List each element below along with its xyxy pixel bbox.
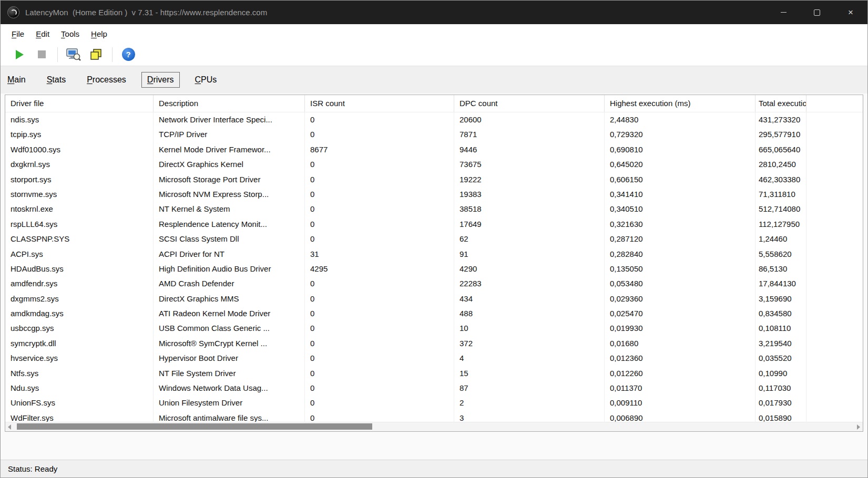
column-header[interactable]: ISR count (305, 95, 454, 112)
table-row[interactable]: ntoskrnl.exeNT Kernel & System0385180,34… (5, 202, 863, 216)
table-cell: dxgmms2.sys (5, 292, 154, 306)
tab-processes[interactable]: Processes (81, 72, 132, 88)
table-row[interactable]: Wdf01000.sysKernel Mode Driver Framewor.… (5, 142, 863, 157)
table-cell: 512,714080 (755, 202, 806, 216)
menu-edit[interactable]: Edit (30, 29, 55, 38)
table-cell: USB Common Class Generic ... (154, 321, 305, 336)
tab-cpus[interactable]: CPUs (189, 72, 223, 88)
maximize-button[interactable] (800, 1, 834, 24)
table-row[interactable]: tcpip.sysTCP/IP Driver078710,729320295,5… (5, 127, 863, 142)
table-cell-filler (806, 411, 863, 422)
close-button[interactable]: × (834, 1, 867, 24)
table-row[interactable]: stornvme.sysMicrosoft NVM Express Storp.… (5, 187, 863, 202)
table-cell: 488 (454, 306, 605, 321)
horizontal-scrollbar[interactable] (5, 422, 863, 431)
tab-drivers[interactable]: Drivers (141, 72, 180, 88)
table-row[interactable]: Ndu.sysWindows Network Data Usag...0870,… (5, 381, 863, 396)
table-cell: 7871 (454, 127, 605, 142)
window-title: LatencyMon (Home Edition ) v 7.31 - http… (25, 8, 267, 17)
table-cell: 0 (305, 336, 454, 351)
table-cell: 0 (305, 381, 454, 396)
menu-help[interactable]: Help (85, 29, 113, 38)
table-cell: Kernel Mode Driver Framewor... (154, 142, 305, 157)
table-cell-filler (806, 321, 863, 336)
tab-stats[interactable]: Stats (41, 72, 72, 88)
table-cell-filler (806, 306, 863, 321)
table-cell: 73675 (454, 157, 605, 172)
table-cell: 2,44830 (605, 112, 755, 127)
table-cell: 0 (305, 157, 454, 172)
windows-button[interactable] (86, 46, 106, 64)
table-row[interactable]: amdfendr.sysAMD Crash Defender0222830,05… (5, 276, 863, 291)
table-cell-filler (806, 381, 863, 396)
column-header[interactable]: Highest execution (ms) (605, 95, 755, 112)
start-monitor-button[interactable] (9, 46, 29, 64)
help-button[interactable]: ? (118, 46, 138, 64)
table-cell: NT Kernel & System (154, 202, 305, 216)
table-row[interactable]: UnionFS.sysUnion Filesystem Driver020,00… (5, 396, 863, 410)
table-cell-filler (806, 202, 863, 216)
table-cell: 20600 (454, 112, 605, 127)
content-spacer (1, 432, 867, 460)
column-header[interactable]: Total execution (ms) (755, 95, 806, 112)
table-cell: 10 (454, 321, 605, 336)
table-cell: 0 (305, 202, 454, 216)
options-button[interactable] (64, 46, 84, 64)
table-cell: Hypervisor Boot Driver (154, 351, 305, 366)
scroll-left-arrow-icon[interactable] (8, 424, 11, 430)
table-row[interactable]: storport.sysMicrosoft Storage Port Drive… (5, 172, 863, 187)
scroll-right-arrow-icon[interactable] (857, 424, 860, 430)
table-cell: 0 (305, 127, 454, 142)
table-row[interactable]: amdkmdag.sysATI Radeon Kernel Mode Drive… (5, 306, 863, 321)
tab-main[interactable]: Main (2, 72, 32, 88)
table-row[interactable]: Ntfs.sysNT File System Driver0150,012260… (5, 366, 863, 381)
table-row[interactable]: CLASSPNP.SYSSCSI Class System Dll0620,28… (5, 232, 863, 246)
table-cell: 0,029360 (605, 292, 755, 306)
table-cell: Union Filesystem Driver (154, 396, 305, 410)
table-cell: 0 (305, 321, 454, 336)
table-cell: Ntfs.sys (5, 366, 154, 381)
table-row[interactable]: dxgmms2.sysDirectX Graphics MMS04340,029… (5, 292, 863, 306)
table-cell-filler (806, 112, 863, 127)
table-row[interactable]: WdFilter.sysMicrosoft antimalware file s… (5, 411, 863, 422)
table-cell-filler (806, 351, 863, 366)
table-cell: 31 (305, 247, 454, 262)
table-row[interactable]: hvservice.sysHypervisor Boot Driver040,0… (5, 351, 863, 366)
table-row[interactable]: ndis.sysNetwork Driver Interface Speci..… (5, 112, 863, 127)
table-cell: 0 (305, 411, 454, 422)
column-header[interactable]: DPC count (454, 95, 605, 112)
app-window: LatencyMon (Home Edition ) v 7.31 - http… (0, 0, 868, 478)
column-header[interactable]: Driver file (5, 95, 154, 112)
table-cell: 0,009110 (605, 396, 755, 410)
table-cell: rspLLL64.sys (5, 217, 154, 232)
table-cell: amdfendr.sys (5, 276, 154, 291)
table-row[interactable]: dxgkrnl.sysDirectX Graphics Kernel073675… (5, 157, 863, 172)
table-row[interactable]: HDAudBus.sysHigh Definition Audio Bus Dr… (5, 262, 863, 276)
table-cell: 0,690810 (605, 142, 755, 157)
table-cell: 17,844130 (755, 276, 806, 291)
table-cell: 4290 (454, 262, 605, 276)
table-cell: ntoskrnl.exe (5, 202, 154, 216)
table-cell: symcryptk.dll (5, 336, 154, 351)
table-cell: 0,006890 (605, 411, 755, 422)
table-row[interactable]: ACPI.sysACPI Driver for NT31910,2828405,… (5, 247, 863, 262)
table-row[interactable]: symcryptk.dllMicrosoft® SymCrypt Kernel … (5, 336, 863, 351)
status-text: Status: Ready (8, 464, 57, 473)
table-row[interactable]: rspLLL64.sysResplendence Latency Monit..… (5, 217, 863, 232)
table-cell: 462,303380 (755, 172, 806, 187)
stop-monitor-button[interactable] (32, 46, 52, 64)
menu-file[interactable]: File (6, 29, 30, 38)
table-cell: 0,053480 (605, 276, 755, 291)
scrollbar-thumb[interactable] (17, 423, 372, 430)
table-row[interactable]: usbccgp.sysUSB Common Class Generic ...0… (5, 321, 863, 336)
table-cell: 372 (454, 336, 605, 351)
table-cell: 38518 (454, 202, 605, 216)
table-cell: 0,011370 (605, 381, 755, 396)
minimize-button[interactable] (767, 1, 800, 24)
table-cell-filler (806, 217, 863, 232)
table-cell: 3 (454, 411, 605, 422)
table-cell-filler (806, 157, 863, 172)
table-cell: hvservice.sys (5, 351, 154, 366)
column-header[interactable]: Description (154, 95, 305, 112)
menu-tools[interactable]: Tools (55, 29, 85, 38)
